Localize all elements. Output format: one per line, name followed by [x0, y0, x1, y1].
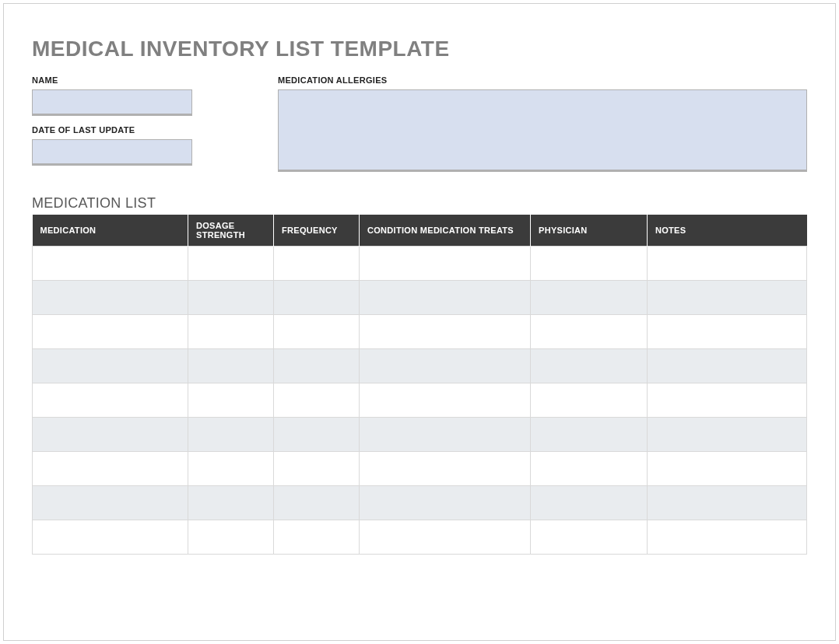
cell-condition[interactable] — [360, 452, 531, 486]
cell-frequency[interactable] — [274, 418, 360, 452]
table-row — [33, 520, 807, 555]
cell-physician[interactable] — [531, 383, 648, 418]
cell-physician[interactable] — [531, 281, 648, 315]
cell-medication[interactable] — [33, 349, 188, 383]
cell-dosage[interactable] — [188, 247, 274, 281]
cell-medication[interactable] — [33, 281, 188, 315]
table-body — [33, 247, 807, 555]
cell-physician[interactable] — [531, 349, 648, 383]
cell-notes[interactable] — [648, 315, 807, 349]
table-row — [33, 452, 807, 486]
cell-notes[interactable] — [648, 418, 807, 452]
cell-frequency[interactable] — [274, 349, 360, 383]
cell-physician[interactable] — [531, 247, 648, 281]
date-input[interactable] — [32, 139, 192, 166]
cell-frequency[interactable] — [274, 247, 360, 281]
cell-notes[interactable] — [648, 349, 807, 383]
cell-physician[interactable] — [531, 486, 648, 520]
cell-frequency[interactable] — [274, 486, 360, 520]
cell-dosage[interactable] — [188, 418, 274, 452]
th-dosage: DOSAGE STRENGTH — [188, 215, 274, 247]
cell-medication[interactable] — [33, 383, 188, 418]
date-label: DATE OF LAST UPDATE — [32, 125, 192, 135]
table-header-row: MEDICATION DOSAGE STRENGTH FREQUENCY CON… — [33, 215, 807, 247]
cell-physician[interactable] — [531, 452, 648, 486]
name-label: NAME — [32, 75, 192, 85]
cell-dosage[interactable] — [188, 383, 274, 418]
th-condition: CONDITION MEDICATION TREATS — [360, 215, 531, 247]
cell-physician[interactable] — [531, 315, 648, 349]
cell-medication[interactable] — [33, 486, 188, 520]
cell-condition[interactable] — [360, 315, 531, 349]
cell-physician[interactable] — [531, 520, 648, 555]
allergies-label: MEDICATION ALLERGIES — [278, 75, 807, 85]
cell-medication[interactable] — [33, 452, 188, 486]
top-fields-section: NAME DATE OF LAST UPDATE MEDICATION ALLE… — [32, 75, 807, 175]
cell-notes[interactable] — [648, 520, 807, 555]
cell-condition[interactable] — [360, 349, 531, 383]
page-title: MEDICAL INVENTORY LIST TEMPLATE — [32, 37, 807, 61]
cell-notes[interactable] — [648, 247, 807, 281]
cell-frequency[interactable] — [274, 452, 360, 486]
right-column: MEDICATION ALLERGIES — [278, 75, 807, 175]
cell-condition[interactable] — [360, 247, 531, 281]
cell-dosage[interactable] — [188, 486, 274, 520]
cell-condition[interactable] — [360, 520, 531, 555]
cell-dosage[interactable] — [188, 281, 274, 315]
cell-notes[interactable] — [648, 452, 807, 486]
table-row — [33, 247, 807, 281]
th-physician: PHYSICIAN — [531, 215, 648, 247]
cell-frequency[interactable] — [274, 281, 360, 315]
cell-medication[interactable] — [33, 418, 188, 452]
medication-list-heading: MEDICATION LIST — [32, 195, 807, 212]
page-container: MEDICAL INVENTORY LIST TEMPLATE NAME DAT… — [3, 3, 836, 641]
cell-frequency[interactable] — [274, 520, 360, 555]
cell-condition[interactable] — [360, 383, 531, 418]
table-row — [33, 383, 807, 418]
cell-dosage[interactable] — [188, 452, 274, 486]
th-medication: MEDICATION — [33, 215, 188, 247]
cell-medication[interactable] — [33, 315, 188, 349]
th-notes: NOTES — [648, 215, 807, 247]
cell-condition[interactable] — [360, 486, 531, 520]
cell-medication[interactable] — [33, 520, 188, 555]
cell-notes[interactable] — [648, 486, 807, 520]
cell-medication[interactable] — [33, 247, 188, 281]
cell-physician[interactable] — [531, 418, 648, 452]
cell-condition[interactable] — [360, 281, 531, 315]
cell-dosage[interactable] — [188, 315, 274, 349]
table-row — [33, 349, 807, 383]
cell-notes[interactable] — [648, 281, 807, 315]
cell-frequency[interactable] — [274, 315, 360, 349]
cell-notes[interactable] — [648, 383, 807, 418]
cell-frequency[interactable] — [274, 383, 360, 418]
table-row — [33, 418, 807, 452]
table-row — [33, 315, 807, 349]
cell-dosage[interactable] — [188, 520, 274, 555]
table-row — [33, 281, 807, 315]
allergies-input[interactable] — [278, 89, 807, 172]
name-input[interactable] — [32, 89, 192, 116]
medication-table: MEDICATION DOSAGE STRENGTH FREQUENCY CON… — [32, 215, 807, 555]
left-column: NAME DATE OF LAST UPDATE — [32, 75, 192, 175]
table-row — [33, 486, 807, 520]
cell-condition[interactable] — [360, 418, 531, 452]
cell-dosage[interactable] — [188, 349, 274, 383]
th-frequency: FREQUENCY — [274, 215, 360, 247]
